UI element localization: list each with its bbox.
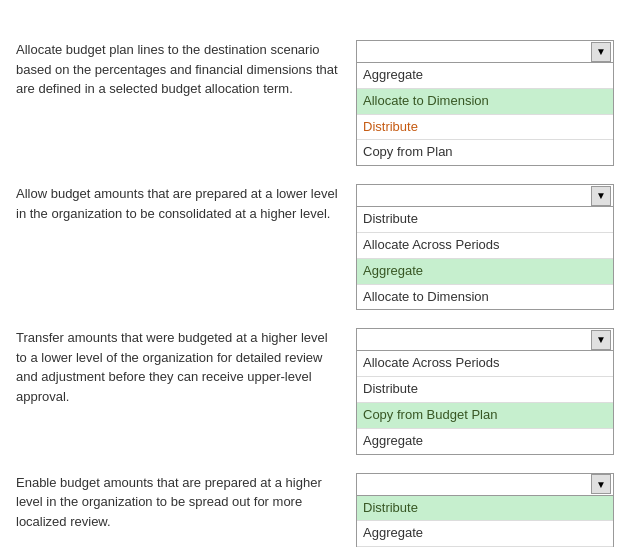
dropdown-header-1: ▼ <box>357 41 613 63</box>
dropdown-option-1-1[interactable]: Aggregate <box>357 63 613 89</box>
qa-row-1: Allocate budget plan lines to the destin… <box>16 40 614 166</box>
dropdown-arrow-2[interactable]: ▼ <box>591 186 611 206</box>
dropdown-option-1-3[interactable]: Distribute <box>357 115 613 141</box>
dropdown-header-2: ▼ <box>357 185 613 207</box>
requirement-text-1: Allocate budget plan lines to the destin… <box>16 40 356 99</box>
dropdown-option-2-1[interactable]: Distribute <box>357 207 613 233</box>
dropdown-option-1-4[interactable]: Copy from Plan <box>357 140 613 165</box>
allocation-col-4: ▼DistributeAggregateCopy from budget pla… <box>356 473 614 547</box>
dropdown-arrow-1[interactable]: ▼ <box>591 42 611 62</box>
dropdown-option-1-2[interactable]: Allocate to Dimension <box>357 89 613 115</box>
requirement-text-4: Enable budget amounts that are prepared … <box>16 473 356 532</box>
dropdown-header-3: ▼ <box>357 329 613 351</box>
dropdown-arrow-4[interactable]: ▼ <box>591 474 611 494</box>
dropdown-option-4-1[interactable]: Distribute <box>357 496 613 522</box>
dropdown-arrow-3[interactable]: ▼ <box>591 330 611 350</box>
dropdown-box-2: ▼DistributeAllocate Across PeriodsAggreg… <box>356 184 614 310</box>
allocation-col-3: ▼Allocate Across PeriodsDistributeCopy f… <box>356 328 614 454</box>
qa-row-4: Enable budget amounts that are prepared … <box>16 473 614 547</box>
answer-area: Allocate budget plan lines to the destin… <box>16 30 614 547</box>
qa-row-2: Allow budget amounts that are prepared a… <box>16 184 614 310</box>
dropdown-option-2-4[interactable]: Allocate to Dimension <box>357 285 613 310</box>
dropdown-header-4: ▼ <box>357 474 613 496</box>
requirement-text-2: Allow budget amounts that are prepared a… <box>16 184 356 223</box>
dropdown-option-3-1[interactable]: Allocate Across Periods <box>357 351 613 377</box>
dropdown-box-4: ▼DistributeAggregateCopy from budget pla… <box>356 473 614 547</box>
dropdown-option-3-2[interactable]: Distribute <box>357 377 613 403</box>
dropdown-option-3-4[interactable]: Aggregate <box>357 429 613 454</box>
qa-row-3: Transfer amounts that were budgeted at a… <box>16 328 614 454</box>
requirement-text-3: Transfer amounts that were budgeted at a… <box>16 328 356 406</box>
dropdown-option-3-3[interactable]: Copy from Budget Plan <box>357 403 613 429</box>
dropdown-option-4-2[interactable]: Aggregate <box>357 521 613 547</box>
rows-container: Allocate budget plan lines to the destin… <box>16 40 614 547</box>
allocation-col-1: ▼AggregateAllocate to DimensionDistribut… <box>356 40 614 166</box>
dropdown-box-3: ▼Allocate Across PeriodsDistributeCopy f… <box>356 328 614 454</box>
dropdown-option-2-3[interactable]: Aggregate <box>357 259 613 285</box>
allocation-col-2: ▼DistributeAllocate Across PeriodsAggreg… <box>356 184 614 310</box>
dropdown-option-2-2[interactable]: Allocate Across Periods <box>357 233 613 259</box>
dropdown-box-1: ▼AggregateAllocate to DimensionDistribut… <box>356 40 614 166</box>
